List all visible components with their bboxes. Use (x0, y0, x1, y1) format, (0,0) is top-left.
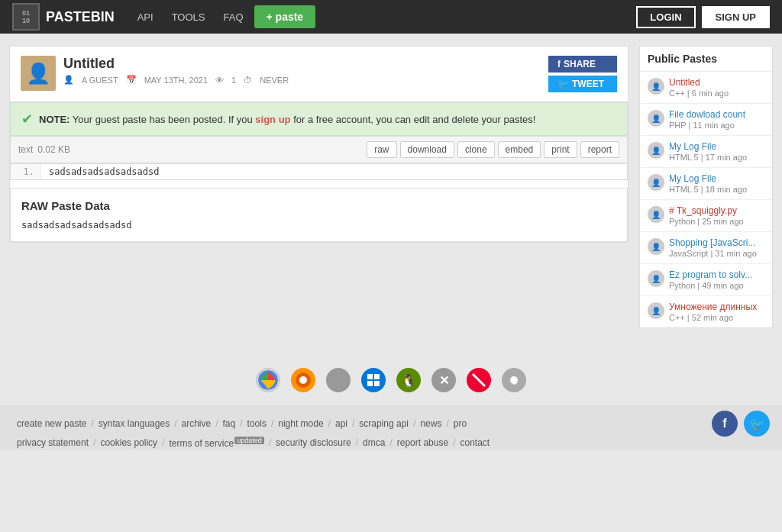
check-icon: ✔ (21, 111, 33, 127)
footer-nightmode-link[interactable]: night mode (273, 418, 328, 429)
user-icon: 👤 (26, 62, 50, 85)
footer-contact-link[interactable]: contact (455, 437, 494, 448)
main-nav: API TOOLS FAQ + paste (130, 5, 315, 28)
line-code-1: sadsadsadsadsadsadsd (41, 164, 167, 179)
footer-dmca-link[interactable]: dmca (358, 437, 389, 448)
footer-archive-link[interactable]: archive (176, 418, 215, 429)
nav-api[interactable]: API (130, 8, 161, 26)
paste-views: 1 (231, 76, 236, 85)
sidebar-item-title-7[interactable]: Умножение длинных (669, 301, 764, 312)
sidebar-item-title-2[interactable]: My Log File (669, 141, 764, 152)
twitter-social-button[interactable]: 🐦 (744, 411, 770, 437)
sidebar-item-meta-5: JavaScript | 31 min ago (669, 249, 764, 258)
footer-tools-link[interactable]: tools (243, 418, 271, 429)
footer-news-link[interactable]: news (415, 418, 446, 429)
sidebar-avatar-5: 👤 (648, 238, 664, 255)
avatar: 👤 (21, 56, 56, 91)
linux-icon: 🐧 (396, 368, 421, 392)
logo-icon: 0110 (12, 3, 40, 31)
note-bar: ✔ NOTE: Your guest paste has been posted… (10, 102, 628, 136)
footer-links-row1: create new paste / syntax languages / ar… (12, 411, 770, 437)
footer-syntax-link[interactable]: syntax languages (94, 418, 174, 429)
sidebar-item-title-5[interactable]: Shopping [JavaScri... (669, 237, 764, 248)
sidebar-item-title-0[interactable]: Untitled (669, 77, 764, 88)
share-button[interactable]: f SHARE (548, 56, 617, 73)
sidebar-item: 👤 Ez program to solv... Python | 49 min … (640, 264, 772, 296)
signup-button[interactable]: SIGN UP (702, 6, 770, 28)
raw-button[interactable]: raw (367, 141, 396, 158)
code-container: 1. sadsadsadsadsadsadsd (10, 163, 628, 180)
report-button[interactable]: report (580, 141, 619, 158)
footer-scraping-link[interactable]: scraping api (354, 418, 413, 429)
footer-faq-link[interactable]: faq (218, 418, 241, 429)
download-button[interactable]: download (400, 141, 454, 158)
clone-button[interactable]: clone (457, 141, 495, 158)
social-buttons: f SHARE 🐦 TWEET (548, 56, 617, 92)
nav-faq[interactable]: FAQ (216, 8, 251, 26)
note-text: NOTE: Your guest paste has been posted. … (39, 114, 535, 125)
footer-reportabuse-link[interactable]: report abuse (393, 437, 453, 448)
svg-rect-10 (374, 381, 380, 386)
settings-icon: ⚙ (502, 368, 526, 392)
windows-icon (361, 368, 386, 392)
paste-block: 👤 Untitled 👤 A GUEST 📅 MAY 13TH, 2021 👁 … (9, 46, 629, 243)
paste-author: A GUEST (82, 76, 118, 85)
login-button[interactable]: LOGIN (636, 6, 695, 28)
facebook-social-button[interactable]: f (712, 411, 738, 437)
paste-title-area: 👤 Untitled 👤 A GUEST 📅 MAY 13TH, 2021 👁 … (21, 56, 289, 91)
footer-terms-link[interactable]: terms of serviceupdated (164, 437, 268, 449)
sidebar-item-meta-4: Python | 25 min ago (669, 217, 764, 226)
views-icon: 👁 (215, 76, 224, 85)
sidebar-avatar-1: 👤 (648, 110, 664, 127)
footer-pro-link[interactable]: pro (449, 418, 471, 429)
footer-create-link[interactable]: create new paste (12, 418, 91, 429)
sidebar-item: 👤 File dowload count PHP | 11 min ago (640, 104, 772, 136)
nav-tools[interactable]: TOOLS (164, 8, 213, 26)
line-number-1: 1. (11, 164, 41, 179)
logo[interactable]: 0110 PASTEBIN (12, 3, 115, 31)
header-auth-buttons: LOGIN SIGN UP (636, 6, 770, 28)
footer-links-row2: privacy statement / cookies policy / ter… (12, 437, 770, 449)
sidebar-item: 👤 Shopping [JavaScri... JavaScript | 31 … (640, 232, 772, 264)
tweet-label: TWEET (572, 79, 604, 89)
paste-title: Untitled (63, 56, 289, 72)
paste-meta: Untitled 👤 A GUEST 📅 MAY 13TH, 2021 👁 1 … (63, 56, 289, 85)
embed-button[interactable]: embed (498, 141, 541, 158)
sidebar-avatar-7: 👤 (648, 302, 664, 319)
footer-social: f 🐦 (712, 411, 770, 437)
svg-text:🐧: 🐧 (401, 373, 416, 388)
footer-privacy-link[interactable]: privacy statement (12, 437, 93, 448)
footer-links: create new paste / syntax languages / ar… (0, 405, 782, 450)
print-button[interactable]: print (544, 141, 577, 158)
firefox-icon (291, 368, 315, 392)
sidebar-item-title-6[interactable]: Ez program to solv... (669, 269, 764, 280)
sidebar-avatar-2: 👤 (648, 142, 664, 159)
paste-date: MAY 13TH, 2021 (144, 76, 208, 85)
header: 0110 PASTEBIN API TOOLS FAQ + paste LOGI… (0, 0, 782, 34)
svg-point-6 (361, 368, 386, 392)
signup-link[interactable]: sign up (255, 114, 290, 125)
sidebar-item-meta-0: C++ | 6 min ago (669, 89, 764, 98)
note-text-before-link: Your guest paste has been posted. If you (73, 114, 255, 125)
sidebar-item-title-4[interactable]: # Tk_squiggly.py (669, 205, 764, 216)
sidebar-item-meta-1: PHP | 11 min ago (669, 121, 764, 130)
sidebar-item-title-1[interactable]: File dowload count (669, 109, 764, 120)
footer-security-link[interactable]: security disclosure (271, 437, 356, 448)
date-icon: 📅 (126, 75, 137, 85)
paste-size: 0.02 KB (37, 144, 70, 155)
new-paste-button[interactable]: + paste (254, 5, 316, 28)
footer-cookies-link[interactable]: cookies policy (95, 437, 162, 448)
paste-header: 👤 Untitled 👤 A GUEST 📅 MAY 13TH, 2021 👁 … (10, 47, 628, 102)
footer-api-link[interactable]: api (331, 418, 352, 429)
share-label: SHARE (564, 59, 596, 69)
raw-paste-title: RAW Paste Data (21, 199, 616, 212)
sidebar-avatar-4: 👤 (648, 206, 664, 223)
sidebar-item: 👤 My Log File HTML 5 | 17 min ago (640, 136, 772, 168)
sidebar-item-title-3[interactable]: My Log File (669, 173, 764, 184)
sidebar-avatar-0: 👤 (648, 78, 664, 95)
browser-icons-bar: 🐧 ✕ ⚙ (0, 356, 782, 405)
sidebar-title: Public Pastes (640, 47, 772, 72)
tweet-button[interactable]: 🐦 TWEET (548, 76, 617, 92)
ios-icon (326, 368, 351, 392)
paste-toolbar: text 0.02 KB raw download clone embed pr… (10, 136, 628, 163)
